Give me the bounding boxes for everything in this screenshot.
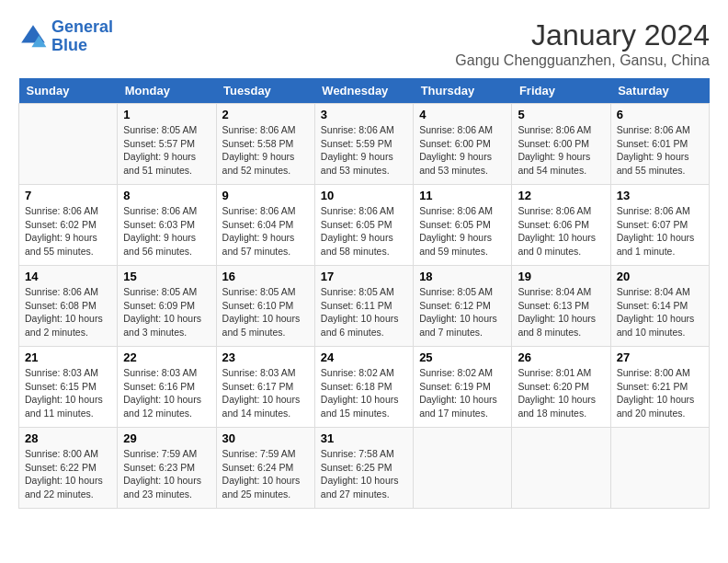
header-monday: Monday (118, 78, 216, 104)
calendar-cell (512, 428, 610, 509)
calendar-body: 1Sunrise: 8:05 AMSunset: 5:57 PMDaylight… (19, 104, 710, 509)
calendar-cell: 21Sunrise: 8:03 AMSunset: 6:15 PMDayligh… (19, 347, 118, 428)
day-info: Sunrise: 8:06 AMSunset: 5:59 PMDaylight:… (321, 123, 407, 178)
day-info: Sunrise: 8:06 AMSunset: 6:05 PMDaylight:… (321, 204, 407, 259)
calendar-cell: 20Sunrise: 8:04 AMSunset: 6:14 PMDayligh… (610, 266, 709, 347)
location: Gangu Chengguanzhen, Gansu, China (455, 52, 710, 69)
day-number: 23 (222, 350, 309, 364)
day-number: 1 (123, 108, 210, 121)
day-number: 9 (222, 189, 309, 202)
calendar-cell: 2Sunrise: 8:06 AMSunset: 5:58 PMDaylight… (216, 104, 314, 185)
day-number: 20 (617, 270, 703, 283)
calendar-cell: 5Sunrise: 8:06 AMSunset: 6:00 PMDaylight… (512, 104, 610, 185)
logo-line1: General (51, 17, 113, 36)
calendar-cell: 10Sunrise: 8:06 AMSunset: 6:05 PMDayligh… (314, 185, 413, 266)
header-thursday: Thursday (414, 78, 512, 104)
day-info: Sunrise: 8:05 AMSunset: 6:12 PMDaylight:… (419, 285, 506, 339)
day-info: Sunrise: 7:59 AMSunset: 6:24 PMDaylight:… (222, 447, 309, 501)
calendar-cell: 14Sunrise: 8:06 AMSunset: 6:08 PMDayligh… (19, 266, 118, 347)
day-number: 17 (321, 270, 407, 283)
day-info: Sunrise: 7:59 AMSunset: 6:23 PMDaylight:… (123, 447, 210, 501)
day-number: 4 (419, 108, 506, 121)
calendar-cell: 13Sunrise: 8:06 AMSunset: 6:07 PMDayligh… (610, 185, 709, 266)
day-info: Sunrise: 8:06 AMSunset: 6:01 PMDaylight:… (617, 123, 703, 178)
day-number: 11 (419, 189, 506, 202)
calendar-week-5: 28Sunrise: 8:00 AMSunset: 6:22 PMDayligh… (19, 428, 710, 509)
logo-line2: Blue (51, 36, 87, 54)
calendar-cell: 7Sunrise: 8:06 AMSunset: 6:02 PMDaylight… (19, 185, 118, 266)
header-tuesday: Tuesday (216, 78, 314, 104)
day-info: Sunrise: 8:06 AMSunset: 6:05 PMDaylight:… (419, 204, 506, 259)
day-number: 24 (321, 350, 407, 364)
calendar-cell: 27Sunrise: 8:00 AMSunset: 6:21 PMDayligh… (610, 347, 709, 428)
day-info: Sunrise: 8:05 AMSunset: 6:10 PMDaylight:… (222, 285, 309, 339)
day-info: Sunrise: 8:03 AMSunset: 6:16 PMDaylight:… (123, 366, 210, 420)
calendar-table: SundayMondayTuesdayWednesdayThursdayFrid… (18, 78, 710, 509)
day-number: 12 (518, 189, 604, 202)
day-number: 2 (222, 108, 309, 121)
day-info: Sunrise: 8:05 AMSunset: 6:09 PMDaylight:… (123, 285, 210, 339)
calendar-week-1: 1Sunrise: 8:05 AMSunset: 5:57 PMDaylight… (19, 104, 710, 185)
day-number: 31 (321, 431, 407, 445)
calendar-cell: 16Sunrise: 8:05 AMSunset: 6:10 PMDayligh… (216, 266, 314, 347)
day-info: Sunrise: 8:05 AMSunset: 6:11 PMDaylight:… (321, 285, 407, 339)
day-number: 29 (123, 431, 210, 445)
day-info: Sunrise: 8:01 AMSunset: 6:20 PMDaylight:… (518, 366, 604, 420)
day-number: 8 (123, 189, 210, 202)
day-number: 6 (617, 108, 703, 121)
day-info: Sunrise: 8:06 AMSunset: 6:07 PMDaylight:… (617, 204, 703, 259)
calendar-cell (610, 428, 709, 509)
day-number: 26 (518, 350, 604, 364)
day-number: 14 (25, 270, 111, 283)
calendar-header-row: SundayMondayTuesdayWednesdayThursdayFrid… (19, 78, 710, 104)
day-number: 5 (518, 108, 604, 121)
calendar-cell: 31Sunrise: 7:58 AMSunset: 6:25 PMDayligh… (314, 428, 413, 509)
day-info: Sunrise: 8:06 AMSunset: 6:06 PMDaylight:… (518, 204, 604, 259)
day-number: 3 (321, 108, 407, 121)
calendar-cell: 26Sunrise: 8:01 AMSunset: 6:20 PMDayligh… (512, 347, 610, 428)
calendar-cell: 25Sunrise: 8:02 AMSunset: 6:19 PMDayligh… (414, 347, 512, 428)
day-number: 27 (617, 350, 703, 364)
day-info: Sunrise: 8:06 AMSunset: 6:03 PMDaylight:… (123, 204, 210, 259)
page-header: General Blue January 2024 Gangu Chenggua… (18, 18, 710, 69)
calendar-cell: 17Sunrise: 8:05 AMSunset: 6:11 PMDayligh… (314, 266, 413, 347)
header-friday: Friday (512, 78, 610, 104)
calendar-week-2: 7Sunrise: 8:06 AMSunset: 6:02 PMDaylight… (19, 185, 710, 266)
day-info: Sunrise: 8:06 AMSunset: 6:08 PMDaylight:… (25, 285, 111, 339)
calendar-cell: 18Sunrise: 8:05 AMSunset: 6:12 PMDayligh… (414, 266, 512, 347)
day-number: 25 (419, 350, 506, 364)
day-number: 7 (25, 189, 111, 202)
calendar-cell: 28Sunrise: 8:00 AMSunset: 6:22 PMDayligh… (19, 428, 118, 509)
day-info: Sunrise: 8:02 AMSunset: 6:18 PMDaylight:… (321, 366, 407, 420)
day-number: 22 (123, 350, 210, 364)
calendar-cell: 15Sunrise: 8:05 AMSunset: 6:09 PMDayligh… (118, 266, 216, 347)
calendar-cell (19, 104, 118, 185)
title-section: January 2024 Gangu Chengguanzhen, Gansu,… (455, 18, 710, 69)
day-info: Sunrise: 8:00 AMSunset: 6:21 PMDaylight:… (617, 366, 703, 420)
calendar-cell: 3Sunrise: 8:06 AMSunset: 5:59 PMDaylight… (314, 104, 413, 185)
day-info: Sunrise: 8:00 AMSunset: 6:22 PMDaylight:… (25, 447, 111, 501)
calendar-cell: 12Sunrise: 8:06 AMSunset: 6:06 PMDayligh… (512, 185, 610, 266)
header-saturday: Saturday (610, 78, 709, 104)
day-info: Sunrise: 8:04 AMSunset: 6:13 PMDaylight:… (518, 285, 604, 339)
calendar-cell: 23Sunrise: 8:03 AMSunset: 6:17 PMDayligh… (216, 347, 314, 428)
day-info: Sunrise: 8:06 AMSunset: 6:00 PMDaylight:… (518, 123, 604, 178)
calendar-week-3: 14Sunrise: 8:06 AMSunset: 6:08 PMDayligh… (19, 266, 710, 347)
day-info: Sunrise: 8:03 AMSunset: 6:17 PMDaylight:… (222, 366, 309, 420)
month-title: January 2024 (455, 18, 710, 52)
day-info: Sunrise: 8:03 AMSunset: 6:15 PMDaylight:… (25, 366, 111, 420)
calendar-cell: 6Sunrise: 8:06 AMSunset: 6:01 PMDaylight… (610, 104, 709, 185)
day-number: 30 (222, 431, 309, 445)
day-number: 18 (419, 270, 506, 283)
day-number: 10 (321, 189, 407, 202)
calendar-cell: 4Sunrise: 8:06 AMSunset: 6:00 PMDaylight… (414, 104, 512, 185)
day-number: 16 (222, 270, 309, 283)
day-number: 13 (617, 189, 703, 202)
day-number: 28 (25, 431, 111, 445)
calendar-cell: 1Sunrise: 8:05 AMSunset: 5:57 PMDaylight… (118, 104, 216, 185)
calendar-cell: 29Sunrise: 7:59 AMSunset: 6:23 PMDayligh… (118, 428, 216, 509)
calendar-cell: 19Sunrise: 8:04 AMSunset: 6:13 PMDayligh… (512, 266, 610, 347)
day-number: 21 (25, 350, 111, 364)
header-wednesday: Wednesday (314, 78, 413, 104)
day-info: Sunrise: 8:06 AMSunset: 5:58 PMDaylight:… (222, 123, 309, 178)
